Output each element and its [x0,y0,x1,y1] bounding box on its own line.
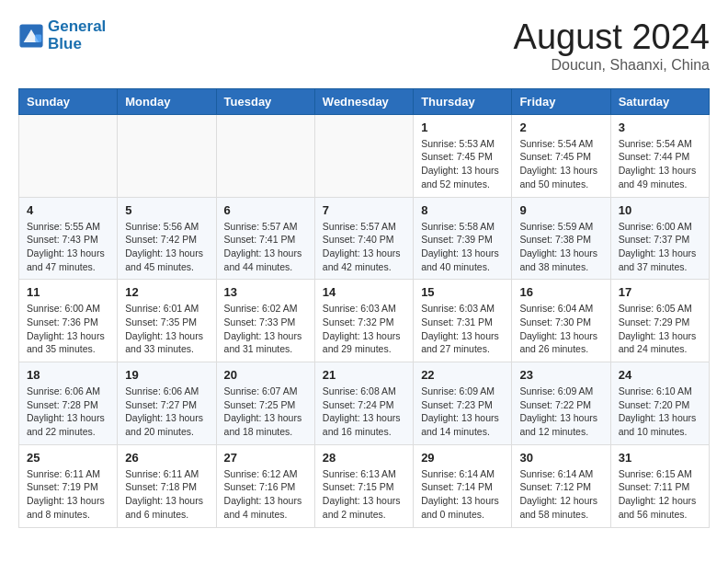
weekday-header: Saturday [610,88,709,114]
day-number: 29 [421,451,504,465]
calendar-week-row: 18Sunrise: 6:06 AM Sunset: 7:28 PM Dayli… [19,362,710,445]
day-number: 16 [519,285,602,299]
calendar-cell: 13Sunrise: 6:02 AM Sunset: 7:33 PM Dayli… [216,280,314,362]
day-number: 10 [619,203,701,217]
calendar-cell: 17Sunrise: 6:05 AM Sunset: 7:29 PM Dayli… [610,280,709,362]
day-info: Sunrise: 6:01 AM Sunset: 7:35 PM Dayligh… [125,302,208,356]
calendar-cell: 20Sunrise: 6:07 AM Sunset: 7:25 PM Dayli… [216,362,314,445]
day-number: 1 [421,121,504,134]
weekday-header: Wednesday [314,88,413,114]
calendar-cell: 27Sunrise: 6:12 AM Sunset: 7:16 PM Dayli… [216,444,314,527]
calendar-cell: 16Sunrise: 6:04 AM Sunset: 7:30 PM Dayli… [512,280,610,362]
day-info: Sunrise: 6:05 AM Sunset: 7:29 PM Dayligh… [619,302,701,356]
day-info: Sunrise: 5:59 AM Sunset: 7:38 PM Dayligh… [519,220,602,274]
calendar-cell: 2Sunrise: 5:54 AM Sunset: 7:45 PM Daylig… [512,114,610,197]
logo-blue: Blue [48,36,106,53]
day-number: 13 [224,285,307,299]
calendar-cell [314,114,413,197]
day-info: Sunrise: 5:54 AM Sunset: 7:45 PM Dayligh… [519,137,602,191]
calendar-cell: 31Sunrise: 6:15 AM Sunset: 7:11 PM Dayli… [610,444,709,527]
day-info: Sunrise: 6:09 AM Sunset: 7:23 PM Dayligh… [421,385,504,439]
day-number: 18 [27,368,109,382]
logo-icon [18,23,44,49]
calendar-cell: 6Sunrise: 5:57 AM Sunset: 7:41 PM Daylig… [216,197,314,280]
day-info: Sunrise: 5:56 AM Sunset: 7:42 PM Dayligh… [125,220,208,274]
day-number: 9 [519,203,602,217]
calendar-cell: 7Sunrise: 5:57 AM Sunset: 7:40 PM Daylig… [314,197,413,280]
calendar-cell: 30Sunrise: 6:14 AM Sunset: 7:12 PM Dayli… [512,444,610,527]
calendar-cell [216,114,314,197]
day-info: Sunrise: 5:57 AM Sunset: 7:40 PM Dayligh… [323,220,405,274]
calendar-cell: 1Sunrise: 5:53 AM Sunset: 7:45 PM Daylig… [414,114,512,197]
calendar-cell: 5Sunrise: 5:56 AM Sunset: 7:42 PM Daylig… [118,197,216,280]
calendar-cell: 26Sunrise: 6:11 AM Sunset: 7:18 PM Dayli… [118,444,216,527]
calendar-cell: 24Sunrise: 6:10 AM Sunset: 7:20 PM Dayli… [610,362,709,445]
day-info: Sunrise: 6:07 AM Sunset: 7:25 PM Dayligh… [224,385,307,439]
day-info: Sunrise: 6:15 AM Sunset: 7:11 PM Dayligh… [619,467,701,522]
calendar-cell [118,114,216,197]
day-number: 28 [323,451,405,465]
logo-general: General [48,17,106,35]
calendar-cell: 25Sunrise: 6:11 AM Sunset: 7:19 PM Dayli… [19,444,118,527]
day-info: Sunrise: 6:08 AM Sunset: 7:24 PM Dayligh… [323,385,405,439]
logo-text: General Blue [48,18,106,52]
calendar-cell: 8Sunrise: 5:58 AM Sunset: 7:39 PM Daylig… [414,197,512,280]
weekday-header: Thursday [414,88,512,114]
day-number: 12 [125,285,208,299]
day-number: 24 [619,368,701,382]
day-number: 30 [519,451,602,465]
page-header: General Blue August 2024 Doucun, Shaanxi… [18,18,710,74]
title-block: August 2024 Doucun, Shaanxi, China [514,18,710,74]
day-info: Sunrise: 6:11 AM Sunset: 7:18 PM Dayligh… [125,467,208,522]
weekday-header: Sunday [19,88,118,114]
day-number: 21 [323,368,405,382]
calendar-cell: 22Sunrise: 6:09 AM Sunset: 7:23 PM Dayli… [414,362,512,445]
day-number: 8 [421,203,504,217]
calendar-week-row: 1Sunrise: 5:53 AM Sunset: 7:45 PM Daylig… [19,114,710,197]
day-number: 27 [224,451,307,465]
calendar-week-row: 4Sunrise: 5:55 AM Sunset: 7:43 PM Daylig… [19,197,710,280]
day-number: 2 [519,121,602,134]
day-info: Sunrise: 6:02 AM Sunset: 7:33 PM Dayligh… [224,302,307,356]
calendar-cell: 18Sunrise: 6:06 AM Sunset: 7:28 PM Dayli… [19,362,118,445]
day-number: 14 [323,285,405,299]
day-number: 15 [421,285,504,299]
calendar-cell: 11Sunrise: 6:00 AM Sunset: 7:36 PM Dayli… [19,280,118,362]
day-number: 25 [27,451,109,465]
day-number: 17 [619,285,701,299]
calendar-cell: 19Sunrise: 6:06 AM Sunset: 7:27 PM Dayli… [118,362,216,445]
day-number: 11 [27,285,109,299]
day-info: Sunrise: 6:04 AM Sunset: 7:30 PM Dayligh… [519,302,602,356]
calendar-table: SundayMondayTuesdayWednesdayThursdayFrid… [18,88,710,528]
calendar-header-row: SundayMondayTuesdayWednesdayThursdayFrid… [19,88,710,114]
calendar-cell: 15Sunrise: 6:03 AM Sunset: 7:31 PM Dayli… [414,280,512,362]
day-info: Sunrise: 6:14 AM Sunset: 7:12 PM Dayligh… [519,467,602,522]
calendar-cell: 10Sunrise: 6:00 AM Sunset: 7:37 PM Dayli… [610,197,709,280]
day-number: 23 [519,368,602,382]
day-info: Sunrise: 6:14 AM Sunset: 7:14 PM Dayligh… [421,467,504,522]
calendar-cell: 21Sunrise: 6:08 AM Sunset: 7:24 PM Dayli… [314,362,413,445]
day-info: Sunrise: 6:09 AM Sunset: 7:22 PM Dayligh… [519,385,602,439]
month-title: August 2024 [514,18,710,57]
day-info: Sunrise: 6:06 AM Sunset: 7:27 PM Dayligh… [125,385,208,439]
calendar-week-row: 25Sunrise: 6:11 AM Sunset: 7:19 PM Dayli… [19,444,710,527]
svg-rect-2 [35,34,41,41]
calendar-cell: 14Sunrise: 6:03 AM Sunset: 7:32 PM Dayli… [314,280,413,362]
day-info: Sunrise: 6:13 AM Sunset: 7:15 PM Dayligh… [323,467,405,522]
day-info: Sunrise: 6:00 AM Sunset: 7:37 PM Dayligh… [619,220,701,274]
calendar-cell: 29Sunrise: 6:14 AM Sunset: 7:14 PM Dayli… [414,444,512,527]
day-info: Sunrise: 5:58 AM Sunset: 7:39 PM Dayligh… [421,220,504,274]
calendar-cell: 28Sunrise: 6:13 AM Sunset: 7:15 PM Dayli… [314,444,413,527]
day-number: 7 [323,203,405,217]
day-info: Sunrise: 5:55 AM Sunset: 7:43 PM Dayligh… [27,220,109,274]
calendar-week-row: 11Sunrise: 6:00 AM Sunset: 7:36 PM Dayli… [19,280,710,362]
day-number: 22 [421,368,504,382]
day-info: Sunrise: 6:10 AM Sunset: 7:20 PM Dayligh… [619,385,701,439]
calendar-cell: 12Sunrise: 6:01 AM Sunset: 7:35 PM Dayli… [118,280,216,362]
calendar-cell: 3Sunrise: 5:54 AM Sunset: 7:44 PM Daylig… [610,114,709,197]
calendar-cell: 9Sunrise: 5:59 AM Sunset: 7:38 PM Daylig… [512,197,610,280]
day-info: Sunrise: 6:06 AM Sunset: 7:28 PM Dayligh… [27,385,109,439]
calendar-cell: 4Sunrise: 5:55 AM Sunset: 7:43 PM Daylig… [19,197,118,280]
day-info: Sunrise: 6:03 AM Sunset: 7:32 PM Dayligh… [323,302,405,356]
day-info: Sunrise: 6:03 AM Sunset: 7:31 PM Dayligh… [421,302,504,356]
